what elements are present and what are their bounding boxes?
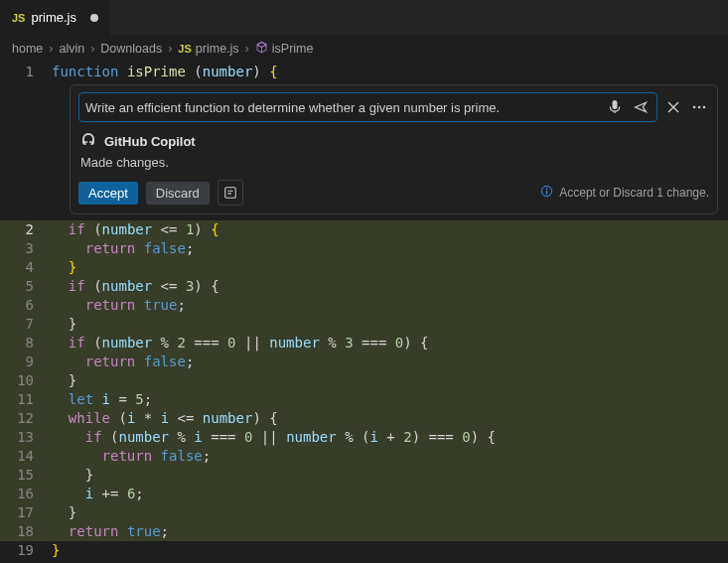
- code-line: }: [52, 503, 728, 522]
- tab-prime-js[interactable]: JS prime.js: [0, 0, 111, 35]
- cube-icon: [255, 41, 268, 57]
- editor[interactable]: 1 function isPrime (number) {: [0, 63, 728, 560]
- line-number: 3: [0, 239, 52, 258]
- line-number: 19: [0, 541, 52, 560]
- code-line: return true;: [52, 296, 728, 315]
- code-line: if (number <= 1) {: [52, 220, 728, 239]
- code-line: if (number % 2 === 0 || number % 3 === 0…: [52, 334, 728, 352]
- code-line: return false;: [52, 447, 728, 466]
- close-icon[interactable]: [663, 97, 683, 117]
- line-number: 4: [0, 258, 52, 277]
- breadcrumb: home › alvin › Downloads › JS prime.js ›…: [0, 35, 728, 63]
- line-number: 10: [0, 371, 52, 390]
- line-number: 15: [0, 466, 52, 485]
- send-icon[interactable]: [631, 97, 651, 117]
- code-line: }: [52, 371, 728, 390]
- info-icon: [540, 185, 553, 201]
- code-line: }: [52, 315, 728, 334]
- copilot-hint-text: Accept or Discard 1 change.: [559, 186, 709, 200]
- copilot-hint: Accept or Discard 1 change.: [540, 185, 709, 201]
- breadcrumb-segment[interactable]: alvin: [59, 42, 84, 56]
- svg-point-5: [546, 188, 548, 190]
- breadcrumb-symbol-name: isPrime: [272, 42, 314, 56]
- svg-rect-3: [225, 188, 236, 199]
- line-number: 9: [0, 352, 52, 371]
- code-line: return false;: [52, 239, 728, 258]
- breadcrumb-segment[interactable]: home: [12, 42, 43, 56]
- line-number: 6: [0, 296, 52, 315]
- code-line: }: [52, 541, 728, 560]
- line-number: 12: [0, 409, 52, 428]
- chevron-right-icon: ›: [90, 42, 94, 56]
- breadcrumb-segment[interactable]: Downloads: [100, 42, 162, 56]
- line-number: 5: [0, 277, 52, 296]
- code-line: }: [52, 466, 728, 485]
- code-line: let i = 5;: [52, 390, 728, 409]
- more-icon[interactable]: [689, 97, 709, 117]
- line-number: 13: [0, 428, 52, 447]
- code-line: }: [52, 258, 728, 277]
- copilot-status-text: Made changes.: [80, 155, 707, 170]
- copilot-icon: [80, 132, 96, 151]
- svg-rect-6: [546, 191, 547, 195]
- breadcrumb-file[interactable]: JS prime.js: [178, 42, 238, 56]
- svg-point-1: [698, 106, 701, 109]
- code-line: return true;: [52, 522, 728, 541]
- code-line: if (number <= 3) {: [52, 277, 728, 296]
- copilot-prompt-box: [78, 92, 657, 122]
- line-number: 1: [0, 63, 52, 81]
- line-number: 11: [0, 390, 52, 409]
- microphone-icon[interactable]: [605, 97, 625, 117]
- line-number: 18: [0, 522, 52, 541]
- line-number: 14: [0, 447, 52, 466]
- breadcrumb-file-name: prime.js: [196, 42, 239, 56]
- svg-point-2: [703, 106, 706, 109]
- code-line: function isPrime (number) {: [52, 63, 728, 81]
- chevron-right-icon: ›: [168, 42, 172, 56]
- view-diff-button[interactable]: [218, 180, 243, 206]
- line-number: 7: [0, 315, 52, 334]
- javascript-file-icon: JS: [178, 43, 191, 55]
- copilot-inline-panel: GitHub Copilot Made changes. Accept Disc…: [70, 84, 718, 214]
- tab-filename: prime.js: [31, 10, 76, 25]
- svg-point-0: [693, 106, 696, 109]
- line-number: 2: [0, 220, 52, 239]
- tab-bar: JS prime.js: [0, 0, 728, 35]
- line-number: 17: [0, 503, 52, 522]
- javascript-file-icon: JS: [12, 12, 25, 24]
- chevron-right-icon: ›: [49, 42, 53, 56]
- copilot-title: GitHub Copilot: [104, 134, 196, 149]
- code-line: i += 6;: [52, 485, 728, 503]
- discard-button[interactable]: Discard: [146, 182, 210, 205]
- code-line: while (i * i <= number) {: [52, 409, 728, 428]
- code-line: if (number % i === 0 || number % (i + 2)…: [52, 428, 728, 447]
- chevron-right-icon: ›: [245, 42, 249, 56]
- line-number: 16: [0, 485, 52, 503]
- dirty-indicator-icon: [90, 14, 98, 22]
- line-number: 8: [0, 334, 52, 352]
- copilot-prompt-input[interactable]: [85, 100, 599, 115]
- accept-button[interactable]: Accept: [78, 182, 138, 205]
- breadcrumb-symbol[interactable]: isPrime: [255, 41, 314, 57]
- code-line: return false;: [52, 352, 728, 371]
